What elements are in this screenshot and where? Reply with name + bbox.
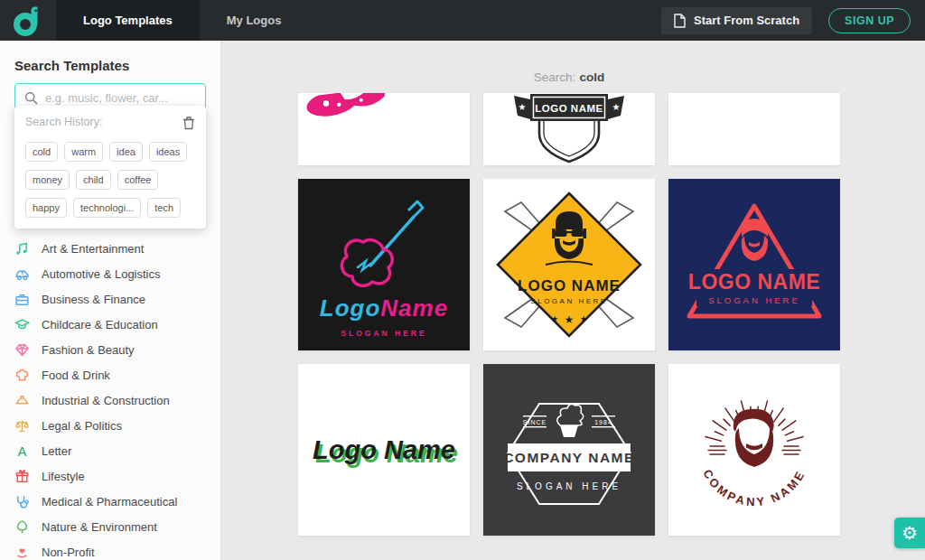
history-tag[interactable]: coffee [117,170,159,190]
history-tag[interactable]: child [76,170,111,190]
logo-name-text: Logo Name [313,435,455,465]
year-text: 1984 [594,419,612,425]
hard-hat-icon [14,393,30,408]
category-lifestyle[interactable]: Lifestyle [0,463,220,489]
category-art-entertainment[interactable]: Art & Entertainment [0,236,220,261]
template-grid: ★ ★ LOGO NAME LogoName SLOGAN HERE [298,93,840,560]
category-list: Art & Entertainment Automotive & Logisti… [0,236,220,560]
history-tag[interactable]: happy [25,198,67,218]
history-tag[interactable]: money [25,170,70,190]
template-card-shield-badge[interactable]: ★ ★ LOGO NAME [483,93,655,165]
template-card-barber[interactable]: COMPANY NAME [668,364,840,536]
start-from-scratch-button[interactable]: Start From Scratch [661,7,812,34]
search-icon [24,91,38,105]
category-label: Nature & Environment [42,520,157,534]
tree-icon [14,519,30,535]
history-tag[interactable]: ideas [149,142,187,162]
template-card-pink-abstract[interactable] [298,93,470,165]
sidebar: Search Templates Search History: cold wa… [0,41,221,560]
settings-fab[interactable]: ⚙ [894,518,925,548]
graduation-icon [14,317,30,332]
category-non-profit[interactable]: Non-Profit [0,539,220,560]
letter-a-icon: A [14,443,30,459]
category-business-finance[interactable]: Business & Finance [0,286,220,312]
star-icon: ★ [519,102,527,112]
star-icon: ★ [580,314,587,323]
history-tag[interactable]: cold [25,142,58,162]
category-industrial-construction[interactable]: Industrial & Construction [0,387,220,413]
document-icon [674,14,686,28]
category-nature-environment[interactable]: Nature & Environment [0,514,220,539]
category-label: Lifestyle [42,470,85,483]
search-result-label: Search:cold [298,70,840,84]
search-input[interactable] [45,91,196,105]
star-icon: ★ [551,314,558,323]
trash-icon[interactable] [182,116,195,130]
logo-name-text: LogoName [298,294,470,322]
barber-logo: COMPANY NAME [668,364,840,536]
category-childcare-education[interactable]: Childcare & Education [0,312,220,337]
sign-up-button[interactable]: SIGN UP [828,8,911,33]
slogan-text: SLOGAN HERE [708,295,800,305]
search-prefix: Search: [534,70,576,84]
music-note-icon [14,241,30,257]
main-content: Search:cold ★ ★ LOGO NAME [221,41,925,560]
template-card-neon-guitar[interactable]: LogoName SLOGAN HERE [298,179,470,350]
tab-label: My Logos [227,14,282,27]
category-label: Art & Entertainment [42,242,144,256]
shield-badge-logo: ★ ★ LOGO NAME [483,93,655,165]
heart-hand-icon [14,545,30,560]
template-card-yellow-diamond[interactable]: LOGO NAME SLOGAN HERE ★ ★ ★ [483,179,655,350]
designevo-logo-icon [13,5,43,37]
star-icon: ★ [612,102,621,112]
category-label: Automotive & Logistics [42,267,161,281]
template-card-red-triangle[interactable]: LOGO NAME SLOGAN HERE [668,179,840,350]
category-medical-pharmaceutical[interactable]: Medical & Pharmaceutical [0,489,220,514]
category-food-drink[interactable]: Food & Drink [0,362,220,387]
gem-icon [14,342,30,358]
gear-icon: ⚙ [902,522,918,544]
pink-abstract-logo [298,93,470,165]
gift-icon [14,469,30,484]
app-logo[interactable] [0,0,56,41]
svg-text:A: A [18,443,27,458]
red-triangle-logo: LOGO NAME SLOGAN HERE [668,179,840,350]
logo-name-text: LOGO NAME [535,103,603,114]
chef-hat-icon [14,368,30,383]
tab-logo-templates[interactable]: Logo Templates [56,0,200,41]
history-tag[interactable]: tech [147,198,181,218]
star-icon: ★ [565,313,575,326]
category-label: Industrial & Construction [42,394,170,407]
stethoscope-icon [14,494,30,509]
category-label: Non-Profit [42,546,95,559]
search-history-tags: cold warm idea ideas money child coffee … [25,142,195,218]
search-term: cold [579,70,604,84]
category-legal-politics[interactable]: Legal & Politics [0,413,220,438]
since-text: SINCE [523,419,547,425]
start-from-scratch-label: Start From Scratch [694,14,799,27]
slogan-text: SLOGAN HERE [298,329,470,338]
history-tag[interactable]: idea [109,142,143,162]
template-card-green-script[interactable]: Logo Name [298,364,470,536]
history-tag[interactable]: warm [64,142,103,162]
scales-icon [14,418,30,434]
template-card-hexagon-badge[interactable]: SINCE 1984 COMPANY NAME SLOGAN HERE [483,364,655,536]
search-history-panel: Search History: cold warm idea ideas mon… [14,106,206,229]
briefcase-icon [14,292,30,307]
category-label: Legal & Politics [42,419,122,433]
template-card-blank[interactable] [668,93,840,165]
category-automotive-logistics[interactable]: Automotive & Logistics [0,261,220,286]
search-history-label: Search History: [25,116,102,128]
category-fashion-beauty[interactable]: Fashion & Beauty [0,337,220,362]
category-label: Letter [42,444,71,458]
top-navbar: Logo Templates My Logos Start From Scrat… [0,0,925,41]
company-name-text: COMPANY NAME [503,450,635,465]
navbar-actions: Start From Scratch SIGN UP [661,7,925,34]
history-tag[interactable]: technologi... [73,198,141,218]
logo-name-text: LOGO NAME [518,277,621,294]
category-letter[interactable]: A Letter [0,438,220,463]
logo-name-text: LOGO NAME [688,270,820,294]
tab-my-logos[interactable]: My Logos [200,0,309,41]
yellow-diamond-logo: LOGO NAME SLOGAN HERE ★ ★ ★ [483,179,655,350]
neon-guitar-icon [298,188,470,296]
